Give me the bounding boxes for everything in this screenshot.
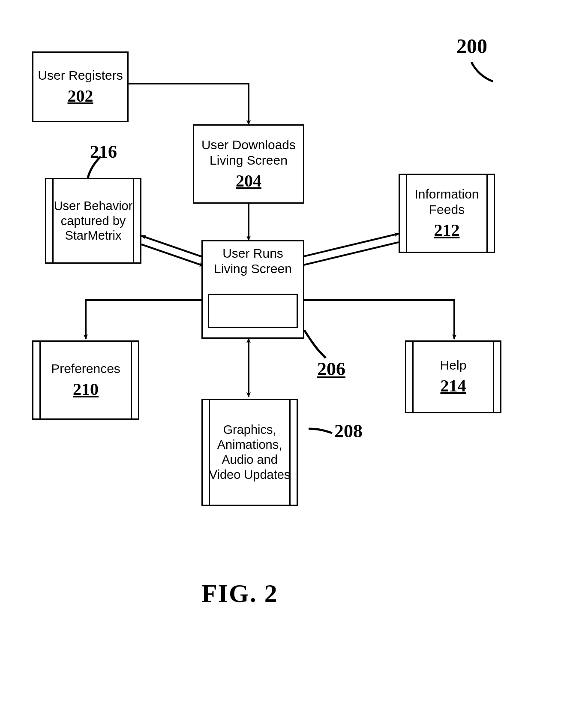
node-user-runs-screen xyxy=(208,294,298,328)
node-preferences: Preferences 210 xyxy=(32,340,139,420)
node-user-downloads: User Downloads Living Screen 204 xyxy=(193,124,304,204)
node-title: Preferences xyxy=(51,361,120,376)
node-ref: 210 xyxy=(73,379,99,400)
node-title: User Registers xyxy=(38,68,123,83)
node-ref-206: 206 xyxy=(317,358,345,380)
node-help: Help 214 xyxy=(405,340,501,413)
node-ref: 214 xyxy=(441,376,466,396)
figure-number: 200 xyxy=(456,34,487,58)
node-ref: 212 xyxy=(434,220,460,241)
figure-canvas: 200 xyxy=(0,0,588,707)
node-title: Help xyxy=(440,358,467,373)
node-ref: 202 xyxy=(68,86,93,106)
node-user-registers: User Registers 202 xyxy=(32,51,129,122)
node-user-behavior: User Behavior captured by StarMetrix xyxy=(45,178,141,264)
node-title: Graphics, Animations, Audio and Video Up… xyxy=(205,422,294,482)
node-info-feeds: Information Feeds 212 xyxy=(399,174,495,253)
node-updates: Graphics, Animations, Audio and Video Up… xyxy=(201,399,298,506)
node-ref-208: 208 xyxy=(334,420,363,442)
node-title: User Downloads Living Screen xyxy=(197,137,300,168)
node-ref: 204 xyxy=(236,171,261,191)
figure-caption: FIG. 2 xyxy=(201,579,278,608)
node-title: User Runs Living Screen xyxy=(205,246,300,277)
node-title: Information Feeds xyxy=(402,187,491,217)
node-title: User Behavior captured by StarMetrix xyxy=(49,199,138,243)
node-ref-216: 216 xyxy=(90,141,117,162)
